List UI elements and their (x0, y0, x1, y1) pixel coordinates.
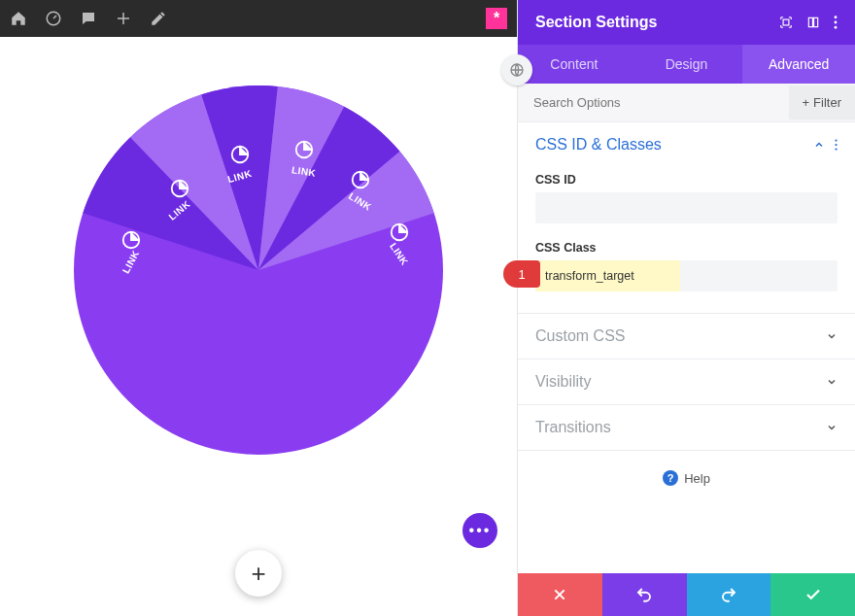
svg-rect-11 (814, 17, 818, 26)
css-id-label: CSS ID (535, 173, 838, 187)
dashboard-icon[interactable] (45, 10, 62, 27)
slice-1[interactable]: LINK (119, 229, 143, 267)
slice-5[interactable]: LINK (348, 169, 372, 207)
chevron-down-icon (826, 376, 838, 388)
cancel-button[interactable] (518, 573, 602, 616)
group-head-transitions[interactable]: Transitions (518, 405, 855, 450)
panel-header: Section Settings (518, 0, 855, 45)
tab-advanced[interactable]: Advanced (742, 45, 855, 84)
settings-panel: Section Settings Content Design Advanced… (517, 0, 855, 616)
group-head-custom-css[interactable]: Custom CSS (518, 314, 855, 359)
annotation-marker: 1 (503, 260, 540, 288)
filter-button[interactable]: + Filter (789, 86, 855, 120)
svg-rect-9 (783, 19, 789, 25)
slice-6[interactable]: LINK (387, 222, 411, 259)
add-button[interactable]: + (235, 550, 282, 597)
group-css-id-classes: CSS ID & Classes CSS ID CSS Class (518, 122, 855, 314)
group-transitions: Transitions (518, 405, 855, 451)
svg-rect-10 (808, 17, 812, 26)
help-link[interactable]: ? Help (518, 451, 855, 505)
tab-design[interactable]: Design (631, 45, 743, 84)
kebab-icon[interactable] (835, 139, 838, 151)
slice-3[interactable]: LINK (227, 144, 252, 182)
pie-chart-icon (169, 178, 190, 199)
chevron-down-icon (826, 422, 838, 433)
svg-point-16 (835, 144, 837, 146)
help-icon: ? (663, 470, 678, 486)
circular-menu: LINK LINK LINK LINK LINK LINK (74, 86, 443, 455)
search-row: + Filter (518, 84, 855, 122)
globe-icon[interactable] (501, 54, 532, 86)
tabs: Content Design Advanced (518, 45, 855, 84)
comment-icon[interactable] (80, 10, 97, 27)
pie-chart-icon (293, 139, 315, 160)
marker-number: 1 (503, 260, 540, 288)
pencil-icon[interactable] (150, 10, 167, 27)
redo-button[interactable] (687, 573, 771, 616)
slice-4[interactable]: LINK (291, 139, 316, 177)
panel-body: CSS ID & Classes CSS ID CSS Class (518, 122, 855, 573)
svg-point-15 (835, 139, 837, 141)
css-id-input[interactable] (535, 192, 838, 223)
star-badge-icon[interactable]: * (486, 8, 507, 29)
kebab-icon[interactable] (834, 16, 838, 29)
field-css-class: CSS Class (518, 235, 855, 313)
css-class-label: CSS Class (535, 241, 838, 255)
chevron-down-icon (826, 330, 838, 342)
columns-icon[interactable] (806, 16, 820, 29)
field-css-id: CSS ID (518, 167, 855, 235)
svg-point-12 (835, 16, 838, 18)
svg-point-13 (835, 21, 838, 24)
pie-chart-icon (229, 144, 251, 165)
home-icon[interactable] (10, 10, 27, 27)
css-class-input[interactable] (535, 260, 680, 291)
slice-2[interactable]: LINK (167, 178, 191, 216)
group-head-css-id-classes[interactable]: CSS ID & Classes (518, 122, 855, 167)
undo-button[interactable] (602, 573, 687, 616)
canvas-area: * LINK LINK LINK LINK (0, 0, 517, 616)
more-menu-button[interactable]: ••• (462, 513, 497, 548)
tab-content[interactable]: Content (518, 45, 631, 84)
pie-chart-icon (120, 229, 142, 251)
svg-point-14 (835, 26, 838, 29)
panel-title: Section Settings (535, 14, 657, 31)
plus-icon[interactable] (115, 10, 132, 27)
group-custom-css: Custom CSS (518, 314, 855, 359)
svg-point-17 (835, 148, 837, 150)
group-head-visibility[interactable]: Visibility (518, 359, 855, 404)
expand-icon[interactable] (779, 16, 793, 29)
pie-chart-icon (350, 169, 371, 190)
search-input[interactable] (518, 84, 789, 121)
footer-actions (518, 573, 855, 616)
plus-small-icon: + (803, 95, 810, 110)
chevron-up-icon (813, 139, 825, 151)
save-button[interactable] (770, 573, 855, 616)
wp-admin-bar: * (0, 0, 517, 37)
group-visibility: Visibility (518, 359, 855, 405)
pie-chart-icon (389, 222, 410, 243)
